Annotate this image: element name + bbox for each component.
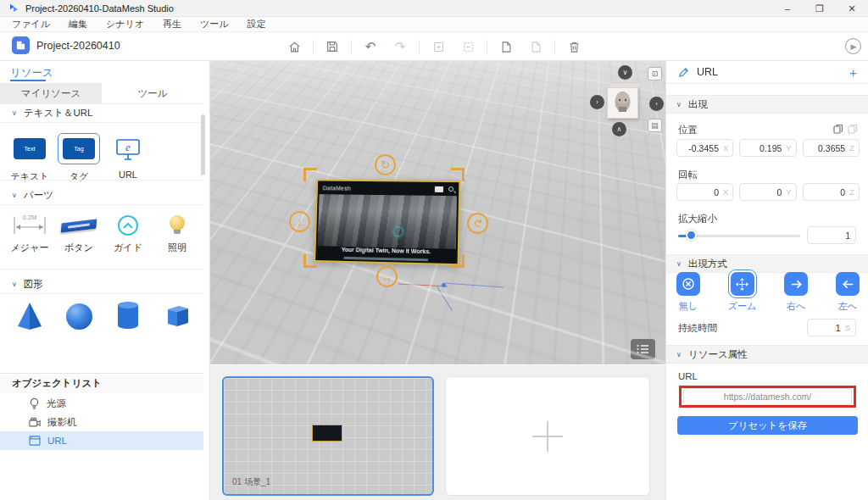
shape-item-cylinder[interactable] — [103, 301, 153, 331]
scale-field[interactable] — [807, 226, 856, 244]
add-scene-button[interactable] — [445, 376, 650, 496]
section-appearance[interactable]: ∨ 出現 — [666, 95, 868, 114]
viewport-3d[interactable]: DataMesh Your Digital Twin, Now It Works… — [210, 61, 665, 364]
save-preset-button[interactable]: プリセットを保存 — [677, 416, 858, 435]
delete-button[interactable] — [563, 36, 585, 57]
paste-button[interactable] — [525, 36, 547, 57]
position-z-field[interactable]: Z — [803, 139, 860, 157]
section-appear-mode[interactable]: ∨ 出現方式 — [666, 254, 868, 273]
undo-button[interactable]: ↶ — [359, 36, 381, 57]
part-item-light[interactable]: 照明 — [153, 215, 202, 254]
shape-item-cube[interactable] — [153, 301, 202, 331]
duration-input[interactable] — [813, 323, 841, 333]
part-item-button[interactable]: ボタン — [54, 215, 103, 254]
orbit-left-button[interactable]: ‹ — [649, 97, 664, 111]
rotation-x-field[interactable]: X — [676, 183, 733, 201]
appear-mode-left[interactable]: 左へ — [836, 272, 860, 313]
redo-button[interactable]: ↷ — [389, 36, 411, 57]
edit-pencil-icon[interactable] — [678, 67, 689, 78]
webpage-hero-image — [318, 194, 457, 249]
rotation-z-input[interactable] — [808, 187, 846, 197]
tab-my-resources[interactable]: マイリソース — [0, 83, 102, 103]
url-input[interactable] — [683, 388, 852, 405]
rotation-y-field[interactable]: Y — [739, 183, 796, 201]
chevron-down-icon: ∨ — [12, 109, 17, 117]
rotation-y-input[interactable] — [744, 187, 782, 197]
add-behavior-button[interactable]: + — [849, 65, 857, 80]
toolbar-divider — [313, 40, 314, 53]
copy-transform-icon[interactable] — [833, 124, 843, 134]
object-item-camera[interactable]: 撮影机 — [0, 413, 203, 431]
view-cube[interactable] — [607, 87, 638, 119]
rotate-handle[interactable]: ↻ — [375, 154, 396, 175]
tab-tools[interactable]: ツール — [102, 83, 203, 103]
url-webpage-object[interactable]: DataMesh Your Digital Twin, Now It Works… — [314, 179, 460, 265]
section-parts[interactable]: ∨ パーツ — [0, 186, 203, 205]
shortcut-keys-button[interactable]: ▤ — [648, 119, 662, 132]
part-item-guide[interactable]: ガイド — [103, 215, 153, 254]
appear-mode-label: ズーム — [728, 300, 757, 313]
left-panel-scrollbar[interactable] — [201, 114, 205, 175]
duration-field[interactable]: S — [807, 319, 856, 336]
object-item-url[interactable]: URL — [0, 431, 203, 450]
menu-edit[interactable]: 編集 — [69, 18, 87, 31]
copy-button[interactable] — [495, 36, 517, 57]
scale-input[interactable] — [813, 231, 850, 241]
resource-item-url[interactable]: e URL — [103, 133, 153, 183]
position-y-input[interactable] — [744, 143, 782, 153]
object-list-header: オブジェクトリスト — [0, 373, 203, 393]
appear-mode-zoom[interactable]: ズーム — [728, 272, 757, 313]
menu-play[interactable]: 再生 — [163, 18, 181, 31]
vertical-move-handle[interactable]: ↕ — [289, 211, 310, 232]
scale-slider[interactable] — [678, 230, 800, 242]
rotation-x-input[interactable] — [682, 187, 719, 197]
appear-mode-none[interactable]: 無し — [676, 272, 700, 313]
menu-scenario[interactable]: シナリオ — [106, 18, 144, 31]
orbit-right-button[interactable]: › — [590, 95, 604, 109]
reset-view-button[interactable]: ⊡ — [648, 67, 662, 81]
close-button[interactable]: ✕ — [836, 0, 868, 17]
group-button[interactable] — [427, 36, 449, 57]
title-bar: Project-20260410-DataMesh Studio – ❐ ✕ — [0, 0, 868, 17]
rotate-vertical-handle[interactable]: ↻ — [467, 213, 488, 234]
section-parts-title: パーツ — [24, 189, 53, 202]
shape-item-sphere[interactable] — [54, 301, 103, 331]
appear-mode-right[interactable]: 右へ — [784, 272, 808, 313]
preview-play-button[interactable]: ▶ — [845, 38, 861, 54]
menu-settings[interactable]: 設定 — [248, 18, 266, 31]
position-x-field[interactable]: X — [676, 139, 733, 157]
scene-list-button[interactable] — [631, 339, 655, 359]
menu-tools[interactable]: ツール — [200, 18, 229, 31]
section-appear-mode-title: 出現方式 — [688, 258, 727, 270]
part-item-measure[interactable]: 0.2M メジャー — [5, 215, 54, 254]
appear-mode-options: 無し ズーム 右へ 左へ — [676, 272, 860, 313]
orbit-down-button[interactable]: ∨ — [618, 65, 632, 80]
scene-thumbnail-1[interactable]: 01 场景_1 — [222, 376, 434, 496]
section-shapes[interactable]: ∨ 図形 — [0, 275, 203, 294]
position-y-field[interactable]: Y — [739, 139, 796, 157]
object-item-light[interactable]: 光源 — [0, 394, 203, 413]
resource-item-tag[interactable]: Tag タグ — [54, 133, 103, 183]
resource-item-text[interactable]: Text テキスト — [5, 133, 54, 183]
shape-item-pyramid[interactable] — [5, 301, 54, 331]
slider-thumb[interactable] — [686, 230, 697, 241]
minimize-button[interactable]: – — [771, 0, 804, 17]
position-x-input[interactable] — [682, 143, 719, 153]
hamburger-menu-icon — [435, 186, 443, 192]
paste-transform-icon[interactable] — [848, 124, 858, 134]
menu-file[interactable]: ファイル — [12, 18, 50, 31]
save-button[interactable] — [321, 36, 343, 57]
resource-item-label: タグ — [70, 170, 89, 183]
horizontal-move-handle[interactable]: ↔ — [376, 266, 398, 287]
ungroup-button[interactable] — [457, 36, 479, 57]
section-resource-props[interactable]: ∨ リソース属性 — [666, 345, 868, 364]
home-button[interactable] — [283, 36, 305, 57]
orbit-up-button[interactable]: ∧ — [612, 122, 626, 136]
section-text-url[interactable]: ∨ テキスト＆URL — [0, 104, 203, 123]
rotation-fields: X Y Z — [676, 183, 860, 201]
position-z-input[interactable] — [808, 143, 846, 153]
tab-resources[interactable]: リソース — [10, 66, 53, 81]
rotation-z-field[interactable]: Z — [803, 183, 860, 201]
maximize-button[interactable]: ❐ — [804, 0, 836, 17]
section-shapes-title: 図形 — [24, 278, 43, 291]
